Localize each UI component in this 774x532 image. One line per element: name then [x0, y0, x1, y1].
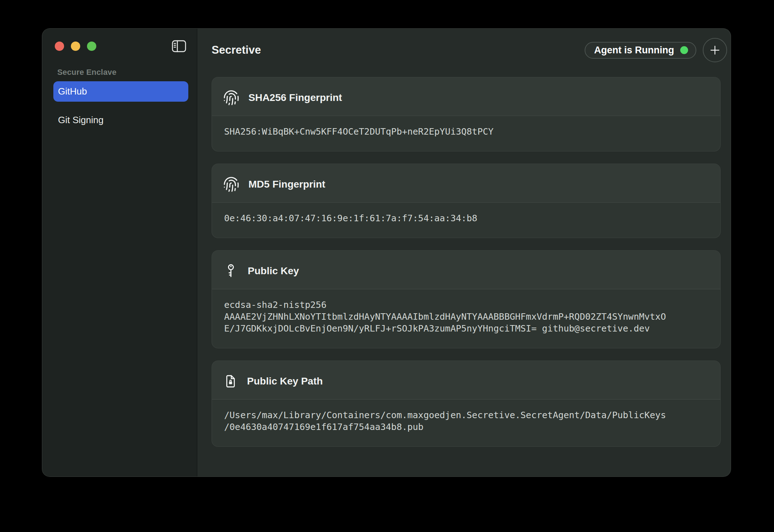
- minimize-button[interactable]: [71, 42, 80, 51]
- card-value: ecdsa-sha2-nistp256 AAAAE2VjZHNhLXNoYTIt…: [212, 289, 679, 348]
- main-header: Secretive Agent is Running: [197, 29, 731, 67]
- card-value: SHA256:WiBqBK+Cnw5KFF4OCeT2DUTqPb+neR2Ep…: [212, 116, 679, 151]
- card-md5-fingerprint: MD5 Fingerprint 0e:46:30:a4:07:47:16:9e:…: [212, 164, 721, 238]
- card-header: MD5 Fingerprint: [212, 164, 720, 203]
- add-key-button[interactable]: [703, 38, 727, 62]
- card-value: 0e:46:30:a4:07:47:16:9e:1f:61:7a:f7:54:a…: [212, 203, 679, 238]
- card-value: /Users/max/Library/Containers/com.maxgoe…: [212, 400, 679, 446]
- card-title: Public Key Path: [247, 376, 323, 387]
- card-header: SHA256 Fingerprint: [212, 77, 720, 116]
- status-dot-icon: [680, 46, 688, 54]
- zoom-button[interactable]: [87, 42, 96, 51]
- plus-icon: [708, 44, 721, 57]
- sidebar-section-label: Secure Enclave: [57, 68, 197, 77]
- sidebar: Secure Enclave GitHub Git Signing: [42, 29, 197, 477]
- key-icon: [223, 263, 239, 279]
- sidebar-item-label: Git Signing: [58, 115, 103, 126]
- card-public-key-path: Public Key Path /Users/max/Library/Conta…: [212, 361, 721, 447]
- close-button[interactable]: [55, 42, 64, 51]
- sidebar-item-github[interactable]: GitHub: [53, 81, 188, 102]
- agent-status-badge[interactable]: Agent is Running: [585, 42, 696, 59]
- key-detail-list: SHA256 Fingerprint SHA256:WiBqBK+Cnw5KFF…: [197, 67, 731, 477]
- doc-lock-icon: [223, 373, 238, 390]
- sidebar-item-git-signing[interactable]: Git Signing: [53, 110, 188, 130]
- sidebar-item-label: GitHub: [58, 86, 87, 97]
- card-sha256-fingerprint: SHA256 Fingerprint SHA256:WiBqBK+Cnw5KFF…: [212, 77, 721, 151]
- sidebar-toggle-icon: [171, 40, 187, 52]
- card-header: Public Key Path: [212, 361, 720, 400]
- page-title: Secretive: [212, 44, 585, 57]
- card-title: MD5 Fingerprint: [248, 179, 325, 190]
- card-title: SHA256 Fingerprint: [248, 92, 342, 103]
- main-pane: Secretive Agent is Running: [197, 29, 731, 477]
- fingerprint-icon: [223, 90, 240, 106]
- app-window: Secure Enclave GitHub Git Signing Secret…: [42, 28, 731, 477]
- fingerprint-icon: [223, 176, 240, 193]
- card-public-key: Public Key ecdsa-sha2-nistp256 AAAAE2VjZ…: [212, 250, 721, 348]
- window-controls: [55, 42, 96, 51]
- agent-status-label: Agent is Running: [594, 45, 674, 56]
- sidebar-list: GitHub Git Signing: [42, 81, 197, 130]
- card-header: Public Key: [212, 251, 720, 289]
- sidebar-toggle-button[interactable]: [171, 38, 187, 54]
- card-title: Public Key: [248, 265, 299, 277]
